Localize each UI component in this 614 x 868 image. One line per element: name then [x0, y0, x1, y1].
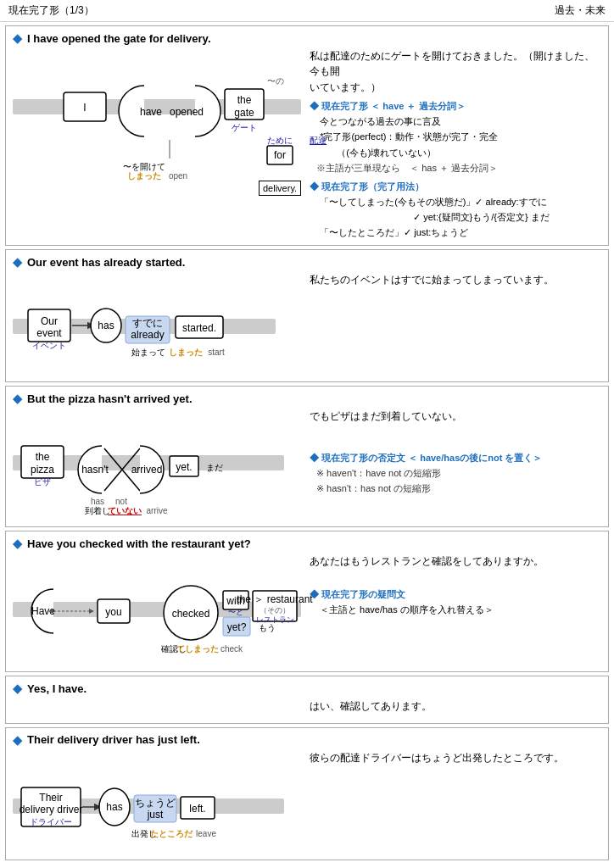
diamond-icon-2: ◆	[13, 255, 22, 269]
label-has: has	[91, 497, 104, 506]
section-6-title-text: Their delivery driver has just left.	[27, 733, 200, 746]
svg-diagram-4: Have you checked with 〜と the ＞ restaura	[13, 554, 301, 664]
word-have: have	[140, 106, 162, 118]
label-no: 〜の	[267, 76, 284, 86]
section-6-title: ◆ Their delivery driver has just left.	[13, 733, 601, 747]
label-tame: ために	[267, 136, 293, 145]
section-3-diagram-area: the pizza ピザ hasn't arrived yet. まだ has …	[13, 409, 601, 521]
label-gate-jp: ゲート	[232, 123, 257, 132]
word-already: already	[131, 329, 164, 341]
section-3-grammar: ◆ 現在完了形の否定文 ＜ have/hasの後にnot を置く＞ ※ have…	[310, 450, 601, 496]
label-hajimatte: 始まって	[131, 348, 165, 357]
label-arrive: arrive	[146, 506, 167, 515]
label-haitatsu: 配達	[310, 136, 327, 145]
section-4-diagram-area: Have you checked with 〜と the ＞ restaura	[13, 554, 601, 666]
label-shimatta: 〜を開けて	[123, 162, 165, 171]
word-sudeni: すでに	[132, 317, 163, 329]
section-1-diagram: I have opened the gate for	[13, 48, 301, 196]
section-2-diagram-area: Our event イベント has すでに already started. …	[13, 272, 601, 376]
word-opened: opened	[170, 106, 204, 118]
label-shimatta-4: てしまった	[176, 644, 219, 654]
word-the-rest: the ＞ restaurant	[237, 593, 313, 605]
label-event-jp: イベント	[32, 341, 66, 350]
word-the-pizza-1: the	[36, 451, 50, 463]
label-mou: もう	[259, 623, 276, 632]
page-header: 現在完了形（1/3） 過去・未来	[0, 0, 614, 22]
section-5-notes: はい、確認してあります。	[301, 698, 601, 717]
svg-diagram-1: I have opened the gate for	[13, 48, 301, 180]
section-5: ◆ Yes, I have. はい、確認してあります。	[5, 676, 609, 723]
section-5-title: ◆ Yes, I have.	[13, 682, 601, 695]
section-4-translation: あなたはもうレストランと確認をしてありますか。	[310, 554, 601, 569]
section-1-grammar: ◆ 現在完了形 ＜ have ＋ 過去分詞＞ 今とつながる過去の事に言及 *完了…	[310, 98, 601, 240]
label-driver-jp: ドライバー	[30, 817, 72, 826]
word-our: Our	[41, 315, 58, 327]
word-just: just	[147, 809, 164, 821]
diamond-icon-3: ◆	[13, 392, 22, 405]
section-6-notes: 彼らの配達ドライバーはちょうど出発したところです。	[301, 750, 601, 769]
section-5-translation: はい、確認してあります。	[310, 698, 601, 714]
section-4-title-text: Have you checked with the restaurant yet…	[27, 537, 251, 550]
section-1-diagram-area: I have opened the gate for	[13, 48, 601, 240]
section-4-grammar: ◆ 現在完了形の疑問文 ＜主語と have/has の順序を入れ替える＞	[310, 587, 601, 617]
page-title-left: 現在完了形（1/3）	[8, 3, 94, 18]
section-5-title-text: Yes, I have.	[27, 682, 87, 695]
logo-area: Raitelclub	[0, 864, 614, 868]
section-6: ◆ Their delivery driver has just left. T…	[5, 727, 609, 860]
word-left: left.	[189, 803, 205, 815]
label-sono: （その）	[260, 606, 290, 615]
section-3: ◆ But the pizza hasn't arrived yet. the …	[5, 386, 609, 527]
word-started: started.	[182, 322, 216, 334]
svg-diagram-2: Our event イベント has すでに already started. …	[13, 272, 276, 374]
section-6-translation: 彼らの配達ドライバーはちょうど出発したところです。	[310, 750, 601, 765]
diamond-icon-6: ◆	[13, 733, 22, 747]
label-mada: まだ	[206, 463, 223, 472]
svg-diagram-3: the pizza ピザ hasn't arrived yet. まだ has …	[13, 409, 284, 519]
section-2-title: ◆ Our event has already started.	[13, 255, 601, 269]
word-chodo: ちょうど	[135, 797, 176, 809]
word-delivery-driver: delivery driver	[20, 804, 83, 815]
diamond-icon-4: ◆	[13, 537, 22, 550]
label-pizza-jp: ピザ	[34, 477, 51, 487]
section-4-title: ◆ Have you checked with the restaurant y…	[13, 537, 601, 550]
diamond-icon-1: ◆	[13, 31, 22, 45]
label-shimatta2: しまった	[127, 171, 161, 181]
word-gate: gate	[234, 107, 254, 119]
section-5-diagram-area: はい、確認してあります。	[13, 698, 601, 717]
label-not: not	[115, 497, 127, 506]
label-touchaku: 到着し	[85, 506, 110, 515]
section-3-notes: でもピザはまだ到着していない。 ◆ 現在完了形の否定文 ＜ have/hasの後…	[301, 409, 601, 496]
word-event: event	[36, 327, 62, 339]
page-title-right: 過去・未来	[555, 3, 606, 18]
section-2-title-text: Our event has already started.	[27, 256, 185, 269]
section-1-title-text: I have opened the gate for delivery.	[27, 32, 211, 45]
section-3-title: ◆ But the pizza hasn't arrived yet.	[13, 392, 601, 405]
word-you: you	[105, 606, 121, 618]
word-yet-q: yet?	[227, 621, 247, 633]
section-4: ◆ Have you checked with the restaurant y…	[5, 531, 609, 672]
label-start: start	[208, 348, 225, 357]
section-1-notes: 私は配達のためにゲートを開けておきました。（開けました、今も開いています。） ◆…	[301, 48, 601, 240]
section-3-title-text: But the pizza hasn't arrived yet.	[27, 392, 193, 405]
section-6-diagram-area: Their delivery driver ドライバー has ちょうど jus…	[13, 750, 601, 854]
svg-diagram-6: Their delivery driver ドライバー has ちょうど jus…	[13, 750, 284, 852]
word-I: I	[83, 102, 86, 114]
label-teinai: ていない	[108, 506, 142, 515]
label-open: open	[169, 171, 187, 181]
section-4-diagram: Have you checked with 〜と the ＞ restaura	[13, 554, 301, 666]
word-has-6: has	[106, 801, 122, 813]
word-pizza: pizza	[31, 464, 54, 476]
section-1-translation: 私は配達のためにゲートを開けておきました。（開けました、今も開いています。）	[310, 48, 601, 95]
diamond-icon-5: ◆	[13, 682, 22, 695]
section-2-notes: 私たちのイベントはすでに始まってしまっています。	[301, 272, 601, 291]
label-check: check	[220, 644, 243, 654]
section-3-diagram: the pizza ピザ hasn't arrived yet. まだ has …	[13, 409, 301, 521]
word-hasnt: hasn't	[81, 464, 109, 476]
word-the: the	[237, 94, 252, 106]
word-has: has	[98, 320, 114, 331]
section-2-diagram: Our event イベント has すでに already started. …	[13, 272, 301, 376]
section-1: ◆ I have opened the gate for delivery. I…	[5, 25, 609, 246]
section-5-spacer	[13, 698, 301, 712]
word-their: Their	[39, 792, 62, 804]
label-to: 〜と	[228, 608, 243, 616]
